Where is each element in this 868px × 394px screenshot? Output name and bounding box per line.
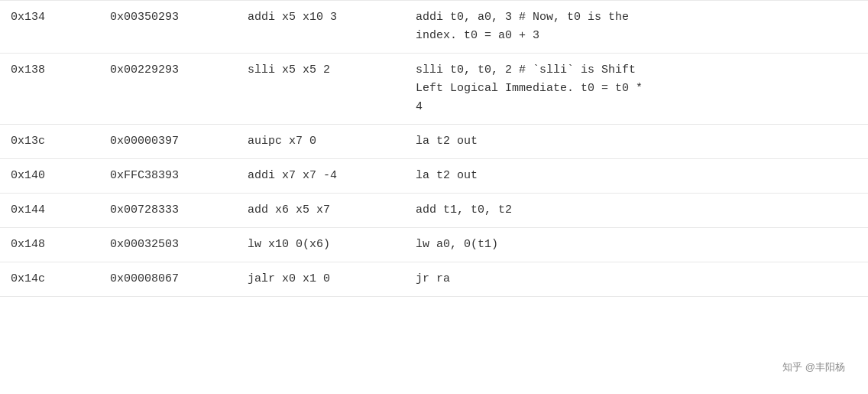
asm-cell: addi x7 x7 -4 — [237, 159, 405, 194]
hex-cell: 0x00032503 — [99, 228, 237, 262]
asm-cell: addi x5 x10 3 — [237, 1, 405, 54]
address-cell: 0x134 — [0, 1, 99, 54]
hex-cell: 0x00000397 — [99, 125, 237, 159]
address-cell: 0x14c — [0, 262, 99, 297]
hex-cell: 0x00008067 — [99, 262, 237, 297]
address-cell: 0x144 — [0, 194, 99, 228]
comment-cell: slli t0, t0, 2 # `slli` is Shift Left Lo… — [405, 54, 868, 125]
address-cell: 0x13c — [0, 125, 99, 159]
table-row: 0x14c0x00008067jalr x0 x1 0jr ra — [0, 262, 868, 297]
table-row: 0x1480x00032503lw x10 0(x6)lw a0, 0(t1) — [0, 228, 868, 262]
address-cell: 0x140 — [0, 159, 99, 194]
hex-cell: 0x00350293 — [99, 1, 237, 54]
table-row: 0x1440x00728333add x6 x5 x7add t1, t0, t… — [0, 194, 868, 228]
comment-cell: addi t0, a0, 3 # Now, t0 is the index. t… — [405, 1, 868, 54]
hex-cell: 0xFFC38393 — [99, 159, 237, 194]
assembly-table: 0x1340x00350293addi x5 x10 3addi t0, a0,… — [0, 0, 868, 297]
asm-cell: jalr x0 x1 0 — [237, 262, 405, 297]
comment-cell: la t2 out — [405, 125, 868, 159]
hex-cell: 0x00229293 — [99, 54, 237, 125]
comment-cell: add t1, t0, t2 — [405, 194, 868, 228]
watermark: 知乎 @丰阳杨 — [778, 359, 850, 376]
comment-cell: la t2 out — [405, 159, 868, 194]
comment-cell: jr ra — [405, 262, 868, 297]
asm-cell: lw x10 0(x6) — [237, 228, 405, 262]
table-row: 0x1340x00350293addi x5 x10 3addi t0, a0,… — [0, 1, 868, 54]
asm-cell: auipc x7 0 — [237, 125, 405, 159]
hex-cell: 0x00728333 — [99, 194, 237, 228]
table-row: 0x1380x00229293slli x5 x5 2slli t0, t0, … — [0, 54, 868, 125]
comment-cell: lw a0, 0(t1) — [405, 228, 868, 262]
table-row: 0x13c0x00000397auipc x7 0la t2 out — [0, 125, 868, 159]
address-cell: 0x138 — [0, 54, 99, 125]
asm-cell: add x6 x5 x7 — [237, 194, 405, 228]
address-cell: 0x148 — [0, 228, 99, 262]
asm-cell: slli x5 x5 2 — [237, 54, 405, 125]
assembly-table-container: 0x1340x00350293addi x5 x10 3addi t0, a0,… — [0, 0, 868, 297]
table-row: 0x1400xFFC38393addi x7 x7 -4la t2 out — [0, 159, 868, 194]
